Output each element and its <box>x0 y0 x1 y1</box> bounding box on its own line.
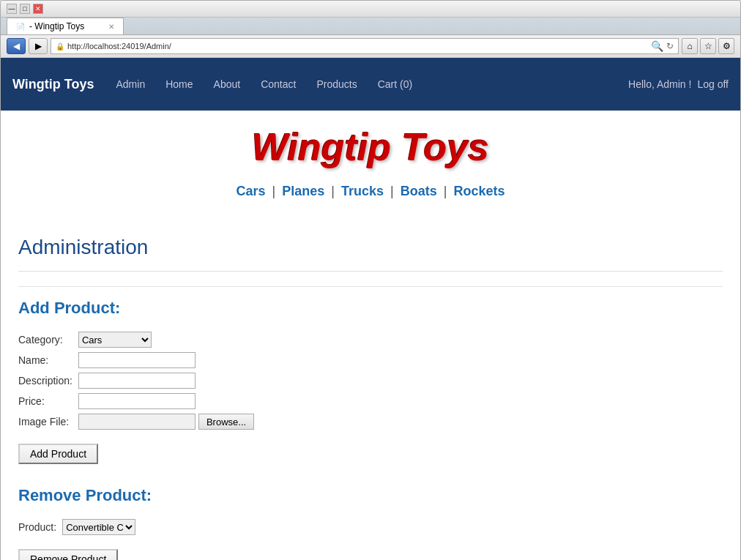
name-label: Name: <box>18 350 78 370</box>
cat-link-cars[interactable]: Cars <box>236 184 265 198</box>
nav-link-about[interactable]: About <box>204 58 251 111</box>
product-label: Product: <box>18 517 62 537</box>
tab-favicon-icon: 📄 <box>16 23 25 31</box>
toolbar-icons: ⌂ ☆ ⚙ <box>682 38 734 54</box>
cat-sep-3: | <box>390 184 394 198</box>
category-label: Category: <box>18 329 78 350</box>
cat-link-rockets[interactable]: Rockets <box>453 184 504 198</box>
cat-link-boats[interactable]: Boats <box>401 184 437 198</box>
file-input-wrapper: Browse... <box>78 414 254 430</box>
image-row: Image File: Browse... <box>18 411 258 432</box>
browser-titlebar: — □ ✕ <box>1 1 740 18</box>
forward-button[interactable]: ▶ <box>29 38 48 54</box>
product-row: Product: Convertible Car Plane Truck Boa… <box>18 517 140 537</box>
tab-close-icon[interactable]: ✕ <box>108 23 114 31</box>
settings-icon[interactable]: ⚙ <box>718 38 734 54</box>
page-content: Wingtip Toys Admin Home About Contact Pr… <box>1 58 740 560</box>
navbar-right: Hello, Admin ! Log off <box>628 78 729 90</box>
navbar-logoff[interactable]: Log off <box>697 78 729 90</box>
active-tab[interactable]: 📄 - Wingtip Toys ✕ <box>7 18 124 34</box>
price-label: Price: <box>18 391 78 411</box>
back-button[interactable]: ◀ <box>7 38 26 54</box>
description-label: Description: <box>18 370 78 391</box>
category-links: Cars | Planes | Trucks | Boats | Rockets <box>1 176 740 214</box>
navbar-greeting: Hello, Admin ! <box>628 78 691 90</box>
navbar-links: Admin Home About Contact Products Cart (… <box>106 58 629 111</box>
close-button[interactable]: ✕ <box>33 4 43 14</box>
maximize-button[interactable]: □ <box>20 4 30 14</box>
remove-product-title: Remove Product: <box>18 486 723 505</box>
price-input[interactable] <box>78 393 196 409</box>
cat-link-trucks[interactable]: Trucks <box>341 184 384 198</box>
cat-sep-4: | <box>444 184 447 198</box>
remove-product-section: Remove Product: Product: Convertible Car… <box>18 486 723 560</box>
browse-button[interactable]: Browse... <box>198 414 254 430</box>
refresh-icon[interactable]: ↻ <box>666 41 674 51</box>
price-row: Price: <box>18 391 258 411</box>
address-bar[interactable]: 🔒 http://localhost:24019/Admin/ 🔍 ↻ <box>51 38 679 54</box>
product-select[interactable]: Convertible Car Plane Truck Boat Rocket <box>62 519 135 535</box>
add-product-form: Category: Cars Planes Trucks Boats Rocke… <box>18 329 258 432</box>
nav-link-contact[interactable]: Contact <box>250 58 306 111</box>
add-product-button[interactable]: Add Product <box>18 444 98 464</box>
page-title: Administration <box>18 228 723 272</box>
navbar: Wingtip Toys Admin Home About Contact Pr… <box>1 58 740 111</box>
category-select[interactable]: Cars Planes Trucks Boats Rockets <box>78 332 152 348</box>
image-label: Image File: <box>18 411 78 432</box>
navbar-brand[interactable]: Wingtip Toys <box>12 62 106 107</box>
add-product-title: Add Product: <box>18 299 723 318</box>
browser-tabs: 📄 - Wingtip Toys ✕ <box>1 18 740 35</box>
main-content: Administration Add Product: Category: Ca… <box>1 214 740 560</box>
name-row: Name: <box>18 350 258 370</box>
minimize-button[interactable]: — <box>7 4 17 14</box>
category-row: Category: Cars Planes Trucks Boats Rocke… <box>18 329 258 350</box>
address-favicon-icon: 🔒 <box>56 42 64 51</box>
browser-window: — □ ✕ 📄 - Wingtip Toys ✕ ◀ ▶ 🔒 http://lo… <box>0 0 741 560</box>
nav-link-products[interactable]: Products <box>306 58 367 111</box>
site-logo: Wingtip Toys <box>1 111 740 176</box>
description-input[interactable] <box>78 373 196 389</box>
nav-link-admin[interactable]: Admin <box>106 58 156 111</box>
favorites-icon[interactable]: ☆ <box>700 38 716 54</box>
home-icon[interactable]: ⌂ <box>682 38 698 54</box>
cat-link-planes[interactable]: Planes <box>282 184 324 198</box>
file-text-box <box>78 414 196 430</box>
address-search-icon[interactable]: 🔍 <box>651 40 663 52</box>
cat-sep-1: | <box>272 184 276 198</box>
remove-product-form: Product: Convertible Car Plane Truck Boa… <box>18 517 140 537</box>
cat-sep-2: | <box>331 184 335 198</box>
tab-title: - Wingtip Toys <box>29 21 84 31</box>
description-row: Description: <box>18 370 258 391</box>
browser-toolbar: ◀ ▶ 🔒 http://localhost:24019/Admin/ 🔍 ↻ … <box>1 35 740 58</box>
nav-link-home[interactable]: Home <box>155 58 203 111</box>
divider-1 <box>18 286 723 287</box>
remove-product-button[interactable]: Remove Product <box>18 549 118 560</box>
url-text: http://localhost:24019/Admin/ <box>67 42 648 51</box>
name-input[interactable] <box>78 352 196 368</box>
nav-link-cart[interactable]: Cart (0) <box>368 58 422 111</box>
